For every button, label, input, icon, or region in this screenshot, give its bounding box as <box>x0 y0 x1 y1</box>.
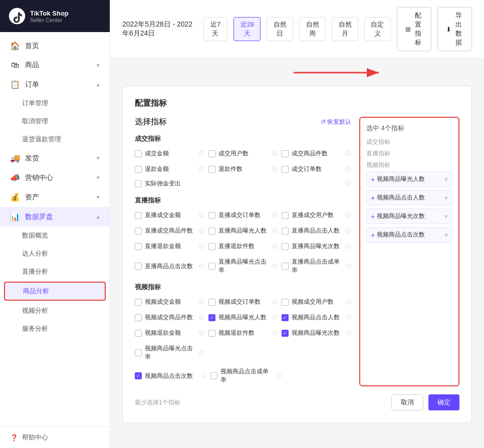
indicator-live-deal-orders[interactable]: 直播成交订单数 ⓘ <box>208 209 278 221</box>
checkbox-live-refund-amount[interactable] <box>135 243 142 250</box>
indicator-actual-change[interactable]: 实际佣金变出 ⓘ <box>135 177 351 190</box>
indicator-live-order-rate[interactable]: 直播商品点击成单率 ⓘ <box>282 256 351 277</box>
checkbox-video-refund-amount[interactable] <box>135 330 142 337</box>
checkbox-video-click-count[interactable]: ✓ <box>135 372 142 379</box>
remove-selected-2-btn[interactable]: × <box>444 213 448 220</box>
selected-item-3: + 视频商品点击次数 × <box>366 227 452 243</box>
selected-section-deal: 成交指标 <box>366 138 452 146</box>
indicator-video-deal-orders[interactable]: 视频成交订单数 ⓘ <box>208 296 278 308</box>
checkbox-live-deal-orders[interactable] <box>208 212 215 219</box>
indicator-live-exposure-count[interactable]: 直播商品曝光次数 ⓘ <box>282 240 351 253</box>
checkbox-live-click-count[interactable] <box>135 263 142 270</box>
sidebar-item-service-analysis[interactable]: 服务分析 <box>0 320 110 338</box>
btn-natural-month[interactable]: 自然月 <box>332 17 358 41</box>
checkbox-deal-order-count[interactable] <box>282 166 289 173</box>
btn-custom[interactable]: 自定义 <box>364 17 391 41</box>
indicator-deal-product-count[interactable]: 成交商品件数 ⓘ <box>282 147 351 160</box>
indicator-video-click-count[interactable]: ✓ 视频商品点击次数 ⓘ <box>135 365 206 386</box>
checkbox-deal-product-count[interactable] <box>282 150 289 157</box>
checkbox-video-exposure-users[interactable]: ✓ <box>208 314 215 321</box>
indicator-live-deal-amount[interactable]: 直播成交金额 ⓘ <box>135 209 204 221</box>
sidebar-item-data-overview[interactable]: 数据概览 <box>0 227 110 245</box>
checkbox-video-exposure-count[interactable]: ✓ <box>282 330 289 337</box>
sidebar-item-video-analysis[interactable]: 视频分析 <box>0 302 110 320</box>
indicator-video-deal-users[interactable]: 视频成交用户数 ⓘ <box>282 296 351 308</box>
checkbox-live-order-rate[interactable] <box>282 263 289 270</box>
indicator-deal-users[interactable]: 成交用户数 ⓘ <box>208 147 278 160</box>
sidebar-item-orders[interactable]: 📋 订单 ▴ <box>0 75 110 94</box>
sidebar-item-products[interactable]: 🛍 商品 ▾ <box>0 56 110 75</box>
checkbox-live-refund-count[interactable] <box>208 243 215 250</box>
checkbox-video-deal-amount[interactable] <box>135 299 142 306</box>
btn-28days[interactable]: 近28天 <box>233 17 261 41</box>
btn-natural-day[interactable]: 自然日 <box>267 17 293 41</box>
checkbox-live-exposure-count[interactable] <box>282 243 289 250</box>
indicator-video-click-rate[interactable]: 视频商品曝光点击率 ⓘ <box>135 342 204 363</box>
sidebar-item-shipping[interactable]: 🚚 发货 ▾ <box>0 148 110 168</box>
sidebar-item-data-compass[interactable]: 📊 数据罗盘 ▴ <box>0 207 110 227</box>
checkbox-live-product-click[interactable] <box>282 228 289 235</box>
checkbox-video-deal-products[interactable] <box>135 314 142 321</box>
indicator-deal-amount[interactable]: 成交金额 ⓘ <box>135 147 204 160</box>
sidebar-item-refund-management[interactable]: 退货退款管理 <box>0 130 110 148</box>
indicator-live-refund-amount[interactable]: 直播退款金额 ⓘ <box>135 240 204 253</box>
sidebar-item-home[interactable]: 🏠 首页 <box>0 36 110 56</box>
indicator-video-refund-amount[interactable]: 视频退款金额 ⓘ <box>135 327 204 339</box>
checkbox-deal-users[interactable] <box>208 150 215 157</box>
checkbox-live-deal-users[interactable] <box>282 212 289 219</box>
indicator-live-product-click[interactable]: 直播商品点击人数 ⓘ <box>282 225 351 237</box>
checkbox-live-deal-amount[interactable] <box>135 212 142 219</box>
info-icon: ⓘ <box>346 227 351 235</box>
indicator-refund-count[interactable]: 退款件数 ⓘ <box>208 163 278 175</box>
indicator-video-exposure-users[interactable]: ✓ 视频商品曝光人数 ⓘ <box>208 311 278 324</box>
checkbox-actual-change[interactable] <box>135 180 142 187</box>
sidebar-item-assets[interactable]: 💰 资产 ▾ <box>0 187 110 207</box>
indicator-live-refund-count[interactable]: 直播退款件数 ⓘ <box>208 240 278 253</box>
checkbox-video-click-rate[interactable] <box>135 349 142 356</box>
remove-selected-1-btn[interactable]: × <box>444 194 448 201</box>
cancel-button[interactable]: 取消 <box>391 394 423 410</box>
btn-7days[interactable]: 近7天 <box>203 17 228 41</box>
checkbox-video-deal-orders[interactable] <box>208 299 215 306</box>
selected-section-video: 视频指标 <box>366 161 452 169</box>
checkbox-video-refund-count[interactable] <box>208 330 215 337</box>
btn-natural-week[interactable]: 自然周 <box>299 17 326 41</box>
checkbox-video-click-users[interactable]: ✓ <box>282 314 289 321</box>
checkbox-deal-amount[interactable] <box>135 150 142 157</box>
checkbox-live-product-exposure[interactable] <box>208 228 215 235</box>
remove-selected-0-btn[interactable]: × <box>444 176 448 183</box>
sidebar-item-marketing[interactable]: 📣 营销中心 ▾ <box>0 168 110 187</box>
indicator-deal-order-count[interactable]: 成交订单数 ⓘ <box>282 163 351 175</box>
checkbox-live-click-rate[interactable] <box>208 263 215 270</box>
indicator-video-order-rate[interactable]: 视频商品点击成单率 ⓘ <box>210 365 282 386</box>
confirm-button[interactable]: 确定 <box>428 394 459 410</box>
indicator-live-deal-users[interactable]: 直播成交用户数 ⓘ <box>282 209 351 221</box>
indicator-video-deal-products[interactable]: 视频成交商品件数 ⓘ <box>135 311 204 324</box>
sidebar-item-talent-analysis[interactable]: 达人分析 <box>0 245 110 263</box>
sidebar-item-live-analysis[interactable]: 直播分析 <box>0 263 110 281</box>
checkbox-refund-count[interactable] <box>208 166 215 173</box>
sidebar-item-product-analysis[interactable]: 商品分析 <box>4 282 106 301</box>
indicator-refund-amount[interactable]: 退款金额 ⓘ <box>135 163 204 175</box>
checkbox-video-deal-users[interactable] <box>282 299 289 306</box>
indicator-video-exposure-count[interactable]: ✓ 视频商品曝光次数 ⓘ <box>282 327 351 339</box>
sidebar-item-order-management[interactable]: 订单管理 <box>0 94 110 112</box>
configure-btn[interactable]: ⊞ 配置指标 <box>397 7 431 51</box>
indicator-video-refund-count[interactable]: 视频退款件数 ⓘ <box>208 327 278 339</box>
indicator-live-deal-products[interactable]: 直播成交商品件数 ⓘ <box>135 225 204 237</box>
select-indicator-label: 选择指标 <box>135 117 167 127</box>
export-btn[interactable]: ⬇ 导出数据 <box>437 7 472 51</box>
indicator-live-click-rate[interactable]: 直播商品曝光点击率 ⓘ <box>208 256 278 277</box>
checkbox-live-deal-products[interactable] <box>135 228 142 235</box>
restore-default-btn[interactable]: ↺ 恢复默认 <box>321 118 351 126</box>
indicator-video-deal-amount[interactable]: 视频成交金额 ⓘ <box>135 296 204 308</box>
sidebar-footer-help[interactable]: ❓ 帮助中心 <box>0 426 110 448</box>
indicator-video-click-users[interactable]: ✓ 视频商品点击人数 ⓘ <box>282 311 351 324</box>
remove-selected-3-btn[interactable]: × <box>444 232 448 239</box>
checkbox-refund-amount[interactable] <box>135 166 142 173</box>
indicator-live-product-exposure[interactable]: 直播商品曝光人数 ⓘ <box>208 225 278 237</box>
sidebar-item-cancel-management[interactable]: 取消管理 <box>0 112 110 130</box>
checkbox-video-order-rate[interactable] <box>210 372 217 379</box>
sidebar: TikTok Shop Seller Center 🏠 首页 🛍 商品 ▾ 📋 … <box>0 0 110 448</box>
indicator-live-click-count[interactable]: 直播商品点击次数 ⓘ <box>135 256 204 277</box>
